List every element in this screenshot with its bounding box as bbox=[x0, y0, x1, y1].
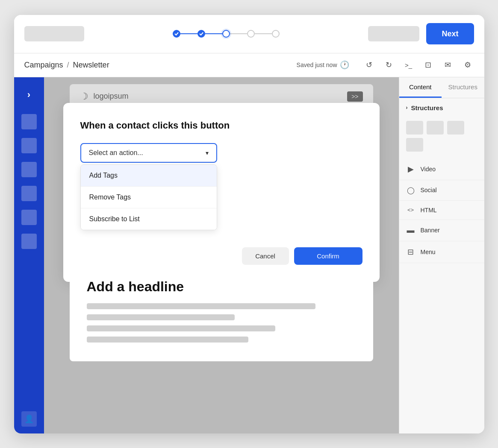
top-bar-right-placeholder bbox=[368, 26, 419, 41]
step-line-4 bbox=[255, 33, 272, 34]
video-label: Video bbox=[421, 166, 436, 173]
step-4[interactable] bbox=[247, 30, 255, 38]
sidebar-icon-6[interactable] bbox=[21, 234, 37, 249]
text-line-4 bbox=[87, 337, 248, 343]
left-sidebar: › 👤 bbox=[14, 77, 44, 433]
menu-icon: ⊟ bbox=[406, 247, 415, 257]
select-action-label: Select an action... bbox=[89, 149, 143, 157]
step-3[interactable] bbox=[222, 30, 230, 38]
canvas-area: ☽ logoipsum >> When a contact clicks thi… bbox=[44, 77, 399, 433]
text-line-2 bbox=[87, 314, 235, 320]
modal-title: When a contact clicks this button bbox=[80, 120, 362, 131]
sidebar-item-menu[interactable]: ⊟ Menu bbox=[399, 241, 484, 263]
sidebar-icon-bottom[interactable]: 👤 bbox=[21, 411, 37, 427]
cancel-button[interactable]: Cancel bbox=[242, 247, 289, 265]
second-bar: Campaigns / Newsletter Saved just now 🕐 … bbox=[14, 53, 484, 77]
banner-icon: ▬ bbox=[406, 226, 415, 235]
structures-expand[interactable]: › Structures bbox=[399, 98, 484, 117]
text-line-1 bbox=[87, 303, 316, 309]
dropdown-item-add-tags[interactable]: Add Tags bbox=[81, 165, 217, 186]
preview-icon[interactable]: ⊡ bbox=[422, 59, 435, 71]
structure-block-4[interactable] bbox=[406, 138, 423, 152]
action-dropdown-menu: Add Tags Remove Tags Subscribe to List bbox=[80, 164, 217, 230]
progress-steps bbox=[173, 30, 280, 38]
settings-icon[interactable]: ⚙ bbox=[461, 59, 474, 71]
email-body-preview: Add a headline bbox=[70, 265, 373, 361]
right-sidebar: Content Structures › Structures ▶ Video bbox=[399, 77, 484, 433]
toolbar-icons: ↺ ↻ >_ ⊡ ✉ ⚙ bbox=[363, 59, 474, 71]
sidebar-icon-5[interactable] bbox=[21, 210, 37, 225]
dropdown-item-subscribe-to-list[interactable]: Subscribe to List bbox=[81, 208, 217, 230]
structure-block-2[interactable] bbox=[427, 121, 444, 135]
clock-icon: 🕐 bbox=[340, 60, 349, 70]
tab-content[interactable]: Content bbox=[399, 77, 442, 98]
next-button[interactable]: Next bbox=[426, 23, 474, 44]
structure-blocks bbox=[399, 117, 484, 158]
structure-block-3[interactable] bbox=[447, 121, 464, 135]
html-label: HTML bbox=[421, 207, 437, 214]
chevron-right-icon: › bbox=[406, 105, 408, 111]
banner-label: Banner bbox=[421, 227, 440, 234]
redo-icon[interactable]: ↻ bbox=[383, 59, 395, 71]
menu-label: Menu bbox=[421, 249, 436, 255]
structure-block-1[interactable] bbox=[406, 121, 423, 135]
saved-status: Saved just now 🕐 bbox=[297, 60, 349, 70]
sidebar-icon-3[interactable] bbox=[21, 162, 37, 177]
breadcrumb: Campaigns / Newsletter bbox=[24, 61, 109, 70]
breadcrumb-campaigns[interactable]: Campaigns bbox=[24, 61, 63, 69]
remove-tags-label: Remove Tags bbox=[89, 193, 131, 201]
step-2[interactable] bbox=[197, 30, 205, 38]
main-area: › 👤 ☽ logoipsum >> When a contact clicks bbox=[14, 77, 484, 433]
sidebar-item-video[interactable]: ▶ Video bbox=[399, 158, 484, 180]
social-label: Social bbox=[421, 187, 437, 193]
structures-label: Structures bbox=[448, 83, 477, 91]
modal-footer: Cancel Confirm bbox=[80, 247, 362, 265]
sidebar-arrow-icon[interactable]: › bbox=[27, 84, 30, 105]
breadcrumb-sep: / bbox=[67, 61, 69, 69]
breadcrumb-newsletter[interactable]: Newsletter bbox=[73, 61, 109, 69]
step-line-3 bbox=[230, 33, 247, 34]
subscribe-to-list-label: Subscribe to List bbox=[89, 215, 140, 223]
step-1[interactable] bbox=[173, 30, 180, 38]
modal-overlay: When a contact clicks this button Select… bbox=[44, 77, 399, 433]
sidebar-icon-1[interactable] bbox=[21, 114, 37, 129]
text-line-3 bbox=[87, 325, 275, 331]
right-sidebar-items: ▶ Video ◯ Social <> HTML ▬ Banner ⊟ Me bbox=[399, 158, 484, 263]
add-tags-label: Add Tags bbox=[89, 172, 118, 179]
progress-bar bbox=[91, 30, 362, 38]
send-icon[interactable]: ✉ bbox=[442, 59, 454, 71]
undo-icon[interactable]: ↺ bbox=[363, 59, 376, 71]
email-headline: Add a headline bbox=[87, 279, 356, 295]
top-bar: Next bbox=[14, 15, 484, 53]
confirm-button[interactable]: Confirm bbox=[294, 247, 362, 265]
sidebar-icon-4[interactable] bbox=[21, 186, 37, 201]
play-icon: ▶ bbox=[406, 164, 415, 174]
right-sidebar-tabs: Content Structures bbox=[399, 77, 484, 98]
code-icon[interactable]: >_ bbox=[402, 59, 415, 71]
top-bar-left-placeholder bbox=[24, 26, 84, 41]
step-5[interactable] bbox=[272, 30, 280, 38]
step-line-2 bbox=[205, 33, 222, 34]
chevron-down-icon: ▾ bbox=[206, 149, 209, 156]
select-action-dropdown[interactable]: Select an action... ▾ bbox=[80, 143, 217, 163]
structures-header-label: Structures bbox=[411, 104, 443, 111]
sidebar-item-banner[interactable]: ▬ Banner bbox=[399, 220, 484, 241]
html-icon: <> bbox=[406, 207, 415, 213]
social-icon: ◯ bbox=[406, 186, 415, 194]
app-window: Next Campaigns / Newsletter Saved just n… bbox=[14, 15, 484, 433]
sidebar-item-html[interactable]: <> HTML bbox=[399, 201, 484, 220]
sidebar-item-social[interactable]: ◯ Social bbox=[399, 180, 484, 201]
tab-structures[interactable]: Structures bbox=[442, 77, 484, 98]
sidebar-icon-2[interactable] bbox=[21, 138, 37, 153]
saved-status-text: Saved just now bbox=[297, 61, 337, 68]
step-line-1 bbox=[180, 33, 197, 34]
dropdown-item-remove-tags[interactable]: Remove Tags bbox=[81, 186, 217, 208]
modal-dialog: When a contact clicks this button Select… bbox=[63, 103, 380, 282]
